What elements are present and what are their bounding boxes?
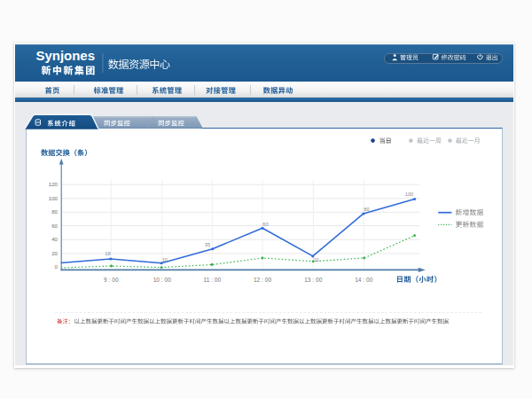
svg-text:40: 40	[51, 236, 58, 242]
svg-text:11 : 00: 11 : 00	[203, 277, 221, 283]
svg-text:120: 120	[49, 181, 59, 187]
svg-text:10 : 00: 10 : 00	[153, 277, 171, 283]
svg-text:80: 80	[364, 207, 369, 212]
svg-text:14 : 00: 14 : 00	[355, 277, 372, 283]
svg-text:80: 80	[51, 208, 58, 215]
svg-text:10: 10	[162, 257, 168, 262]
svg-text:9 : 00: 9 : 00	[104, 277, 119, 283]
svg-text:35: 35	[205, 242, 210, 247]
svg-text:18: 18	[105, 251, 110, 256]
svg-text:60: 60	[51, 223, 58, 229]
svg-text:20: 20	[51, 250, 58, 256]
svg-text:100: 100	[405, 192, 414, 197]
svg-text:12 : 00: 12 : 00	[254, 277, 271, 283]
svg-text:10: 10	[313, 257, 318, 262]
svg-text:60: 60	[262, 222, 268, 227]
svg-text:Synjones: Synjones	[36, 50, 96, 63]
svg-text:0: 0	[55, 263, 59, 270]
svg-text:100: 100	[49, 195, 59, 201]
svg-text:13 : 00: 13 : 00	[304, 277, 322, 283]
